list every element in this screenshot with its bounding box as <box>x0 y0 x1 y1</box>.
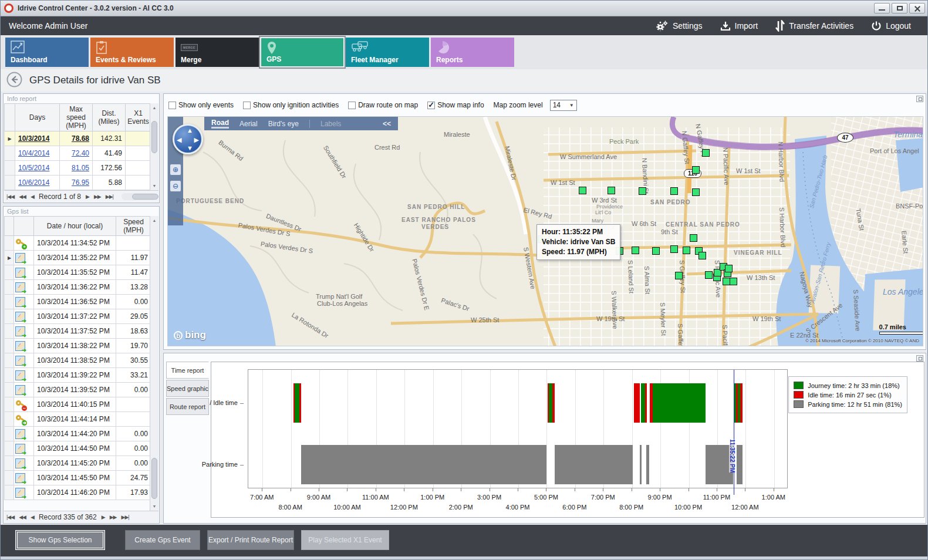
topbar-action-settings[interactable]: Settings <box>656 21 703 31</box>
gps-row[interactable]: 10/3/2014 11:44:20 PM0.00 <box>5 427 151 441</box>
col-header-1[interactable]: Max speed (MPH) <box>60 104 93 131</box>
table-row[interactable]: ▶10/3/201478.68142.31 <box>5 131 151 146</box>
table-row[interactable]: 10/4/201472.4041.49 <box>5 146 151 161</box>
info-report-hscrollbar[interactable] <box>122 193 156 200</box>
table-row[interactable]: 10/5/201481.05172.56 <box>5 161 151 176</box>
gps-marker[interactable] <box>702 149 710 157</box>
back-button[interactable] <box>6 72 22 90</box>
gps-row[interactable]: 10/3/2014 11:39:22 PM33.21 <box>5 368 151 383</box>
gps-row[interactable]: ▶10/3/2014 11:35:22 PM11.97 <box>5 251 151 265</box>
scroll-up-icon[interactable]: ▲ <box>150 106 158 110</box>
gps-marker[interactable] <box>608 187 615 194</box>
gps-marker[interactable] <box>579 187 586 194</box>
max-speed-link[interactable]: 81.05 <box>72 164 89 172</box>
gps-row[interactable]: +10/3/2014 11:34:52 PM <box>5 236 151 251</box>
table-row[interactable]: 10/6/201476.955.88 <box>5 176 151 190</box>
day-link[interactable]: 10/5/2014 <box>18 164 49 172</box>
topbar-action-import[interactable]: Import <box>720 21 758 31</box>
nav-tile-gps[interactable]: GPS <box>261 38 344 67</box>
max-speed-link[interactable]: 78.68 <box>72 134 89 143</box>
checkbox-show-map-info[interactable]: Show map info <box>427 101 484 109</box>
gps-row[interactable]: 10/3/2014 11:36:52 PM0.00 <box>5 295 151 309</box>
gps-marker[interactable] <box>683 247 690 254</box>
map-zoom-in-button[interactable]: ⊕ <box>170 164 181 176</box>
map-zoom-out-button[interactable]: ⊖ <box>170 180 181 192</box>
maximize-button[interactable] <box>892 3 907 14</box>
checkbox-show-only-events[interactable]: Show only events <box>168 101 234 109</box>
gps-row[interactable]: 10/3/2014 11:37:52 PM18.63 <box>5 324 151 339</box>
max-speed-link[interactable]: 76.95 <box>72 178 89 187</box>
tab-time-report[interactable]: Time report <box>166 362 209 379</box>
map-mode-bird-s-eye[interactable]: Bird's eye <box>268 120 299 128</box>
nav-tile-merge[interactable]: MERGEMerge <box>176 38 259 67</box>
map-compass-control[interactable]: ▲▼ ◀▶ <box>173 124 203 154</box>
gps-list-vscrollbar[interactable]: ▲▼ <box>150 216 158 511</box>
topbar-action-logout[interactable]: Logout <box>871 21 911 31</box>
gps-marker[interactable] <box>705 271 713 279</box>
map-mode-labels[interactable]: Labels <box>320 120 341 128</box>
gps-marker[interactable] <box>698 252 706 259</box>
info-report-vscrollbar[interactable]: ▲▼ <box>150 103 158 190</box>
checkbox-box[interactable] <box>427 102 435 109</box>
gps-marker[interactable] <box>690 234 697 242</box>
gps-row[interactable]: 10/3/2014 11:46:20 PM17.93 <box>5 485 151 500</box>
gps-marker[interactable] <box>675 272 683 279</box>
gps-row[interactable]: 10/3/2014 11:38:52 PM30.55 <box>5 353 151 368</box>
tab-route-report[interactable]: Route report <box>166 398 209 415</box>
gps-marker[interactable] <box>692 166 700 174</box>
gps-marker[interactable] <box>692 188 700 196</box>
gps-marker[interactable] <box>632 247 639 254</box>
gps-row[interactable]: 10/3/2014 11:45:20 PM0.00 <box>5 456 151 471</box>
close-button[interactable] <box>909 3 925 14</box>
show-gps-selection-button[interactable]: Show Gps Selection <box>15 530 105 550</box>
map-bar-collapse-button[interactable]: << <box>383 120 391 128</box>
create-gps-event-button[interactable]: Create Gps Event <box>125 530 200 550</box>
gps-marker[interactable] <box>670 245 678 253</box>
map-panel-collapse-button[interactable] <box>916 96 923 102</box>
scroll-down-icon[interactable]: ▼ <box>150 184 158 188</box>
gps-row[interactable]: 10/3/2014 11:45:50 PM24.75 <box>5 471 151 485</box>
gps-list-pager[interactable]: |◀◀◀◀◀ Record 335 of 362 ▶▶▶▶▶| <box>4 511 158 522</box>
day-link[interactable]: 10/3/2014 <box>18 134 49 143</box>
gps-marker[interactable] <box>639 187 646 195</box>
map-mode-aerial[interactable]: Aerial <box>239 120 258 128</box>
info-report-pager[interactable]: |◀◀◀◀◀ Record 1 of 8 ▶▶▶▶▶| <box>4 190 158 202</box>
checkbox-show-only-ignition-activities[interactable]: Show only ignition activities <box>243 101 339 109</box>
minimize-button[interactable] <box>874 3 890 14</box>
gps-marker[interactable] <box>725 265 733 272</box>
checkbox-box[interactable] <box>348 102 356 109</box>
map-mode-road[interactable]: Road <box>211 119 229 129</box>
gps-row[interactable]: 10/3/2014 11:37:22 PM29.05 <box>5 309 151 324</box>
scroll-thumb[interactable] <box>151 458 157 499</box>
col-header-2[interactable]: Dist. (Miles) <box>93 104 126 131</box>
gps-row[interactable]: 10/3/2014 11:44:50 PM0.00 <box>5 441 151 456</box>
topbar-action-transfer-activities[interactable]: Transfer Activities <box>775 20 853 32</box>
nav-tile-fleet-manager[interactable]: Fleet Manager <box>346 38 429 67</box>
gps-marker[interactable] <box>670 187 678 195</box>
col-header-0[interactable]: Days <box>15 104 60 131</box>
gps-row[interactable]: 10/3/2014 11:36:22 PM13.28 <box>5 280 151 295</box>
gps-row[interactable]: −10/3/2014 11:40:15 PM <box>5 397 151 412</box>
scroll-thumb[interactable] <box>151 121 157 153</box>
scroll-up-icon[interactable]: ▲ <box>150 218 158 222</box>
gps-row[interactable]: ➜10/3/2014 11:44:14 PM <box>5 412 151 427</box>
nav-tile-events-reviews[interactable]: Events & Reviews <box>90 38 174 67</box>
gps-marker[interactable] <box>730 278 737 285</box>
checkbox-box[interactable] <box>168 102 176 109</box>
gps-row[interactable]: 10/3/2014 11:35:52 PM11.47 <box>5 265 151 280</box>
col-header-speed[interactable]: Speed (MPH) <box>116 217 151 236</box>
map-zoom-level-dropdown[interactable]: 14▼ <box>550 100 577 111</box>
map-canvas[interactable]: MiralesteMiraleste DrCrest RdPeck ParkW … <box>167 116 923 346</box>
nav-tile-reports[interactable]: Reports <box>431 38 514 67</box>
day-link[interactable]: 10/6/2014 <box>18 178 49 187</box>
gps-row[interactable]: 10/3/2014 11:38:22 PM19.70 <box>5 339 151 353</box>
export-print-route-report-button[interactable]: Export / Print Route Report <box>207 530 294 550</box>
max-speed-link[interactable]: 72.40 <box>72 149 89 157</box>
gps-marker[interactable] <box>652 247 660 255</box>
nav-tile-dashboard[interactable]: Dashboard <box>5 38 89 67</box>
gps-row[interactable]: 10/3/2014 11:39:52 PM0.00 <box>5 383 151 397</box>
checkbox-draw-route-on-map[interactable]: Draw route on map <box>348 101 418 109</box>
scroll-down-icon[interactable]: ▼ <box>150 504 158 508</box>
col-header-date[interactable]: Date / hour (local) <box>34 217 116 236</box>
checkbox-box[interactable] <box>243 102 251 109</box>
